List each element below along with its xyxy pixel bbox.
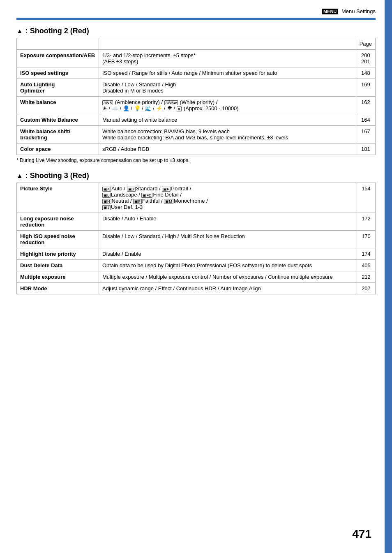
row-page: 212 [357,271,376,283]
shooting3-label: : Shooting 3 (Red) [25,171,89,180]
row-label: ISO speed settings [17,67,99,79]
ps-neutral-icon: ▣​N [102,199,111,204]
row-label: White balance [17,97,99,114]
row-page: 181 [356,143,375,155]
row-label: Custom White Balance [17,114,99,126]
row-desc: AWB (Ambience priority) / AWBw (White pr… [99,97,356,114]
shooting3-title: ▲ : Shooting 3 (Red) [16,171,376,180]
row-page: 148 [356,67,375,79]
row-label: High ISO speed noise reduction [17,231,99,248]
row-desc: Multiple exposure / Multiple exposure co… [99,271,357,283]
table-row: High ISO speed noise reduction Disable /… [17,231,376,248]
row-page: 170 [357,231,376,248]
table-row: Color space sRGB / Adobe RGB 181 [17,143,376,155]
row-desc: Manual setting of white balance [99,114,356,126]
row-page: 174 [357,248,376,260]
row-label: Long exposure noise reduction [17,213,99,231]
row-desc: 1/3- and 1/2-stop increments, ±5 stops*(… [99,50,356,67]
header-title: Menu Settings [341,8,376,14]
row-label: HDR Mode [17,283,99,294]
table-row: HDR Mode Adjust dynamic range / Effect /… [17,283,376,294]
ps-faithful-icon: ▣​F [133,199,142,204]
page-header: MENU Menu Settings [16,8,376,14]
row-page: 162 [356,97,375,114]
table-row: Multiple exposure Multiple exposure / Mu… [17,271,376,283]
wb-icon-awbw: AWBw [164,100,178,105]
page-number: 471 [352,528,371,541]
wb-icon-k: K [177,106,182,111]
row-desc: sRGB / Adobe RGB [99,143,356,155]
row-desc: Disable / Low / Standard / High / Multi … [99,231,357,248]
row-page: 167 [356,126,375,143]
ps-landscape-icon: ▣​L [102,193,111,198]
row-desc: Disable / Enable [99,248,357,260]
table-row: White balance AWB (Ambience priority) / … [17,97,376,114]
row-label: Multiple exposure [17,271,99,283]
table-row: ISO speed settings ISO speed / Range for… [17,67,376,79]
ps-portrait-icon: ▣​P [162,187,171,192]
table-header-row: Page [17,38,376,50]
table-row: Picture Style ▣​AAuto / ▣​SStandard / ▣​… [17,183,376,213]
table-row: White balance shift/bracketing White bal… [17,126,376,143]
col-page-header: Page [356,38,375,50]
row-desc: Obtain data to be used by Digital Photo … [99,260,357,271]
row-desc: White balance correction: B/A/M/G bias, … [99,126,356,143]
shooting2-title: ▲ : Shooting 2 (Red) [16,27,376,35]
camera-icon-3: ▲ [16,172,23,180]
ps-standard-icon: ▣​S [127,187,136,192]
right-strip [385,0,392,553]
top-bar [16,18,376,20]
row-label: Color space [17,143,99,155]
col-label-header [17,38,99,50]
row-page: 207 [357,283,376,294]
camera-icon-2: ▲ [16,28,23,35]
table-row: Exposure compensation/AEB 1/3- and 1/2-s… [17,50,376,67]
row-label: White balance shift/bracketing [17,126,99,143]
row-page: 169 [356,79,375,97]
table-row: Custom White Balance Manual setting of w… [17,114,376,126]
row-label: Auto LightingOptimizer [17,79,99,97]
row-page: 405 [357,260,376,271]
ps-mono-icon: ▣​M [164,199,173,204]
row-desc: ▣​AAuto / ▣​SStandard / ▣​PPortrait / ▣​… [99,183,357,213]
wb-icon-awb: AWB [102,100,113,105]
shooting2-table: Page Exposure compensation/AEB 1/3- and … [16,38,376,155]
table-row: Highlight tone priority Disable / Enable… [17,248,376,260]
ps-finedetail-icon: ▣​FD [141,193,152,198]
shooting2-note: * During Live View shooting, exposure co… [16,157,376,163]
row-page: 172 [357,213,376,231]
row-label: Picture Style [17,183,99,213]
row-label: Exposure compensation/AEB [17,50,99,67]
table-row: Long exposure noise reduction Disable / … [17,213,376,231]
row-desc: ISO speed / Range for stills / Auto rang… [99,67,356,79]
ps-auto-icon: ▣​A [102,187,111,192]
table-row: Auto LightingOptimizer Disable / Low / S… [17,79,376,97]
row-page: 200201 [356,50,375,67]
ps-userdef-icon: ▣​1 [102,205,111,210]
row-desc: Disable / Auto / Enable [99,213,357,231]
row-desc: Disable / Low / Standard / HighDisabled … [99,79,356,97]
row-page: 154 [357,183,376,213]
table-row: Dust Delete Data Obtain data to be used … [17,260,376,271]
shooting2-label: : Shooting 2 (Red) [25,27,89,35]
row-label: Highlight tone priority [17,248,99,260]
col-desc-header [99,38,356,50]
menu-badge: MENU [322,9,338,14]
row-page: 164 [356,114,375,126]
shooting3-table: Picture Style ▣​AAuto / ▣​SStandard / ▣​… [16,183,376,294]
row-desc: Adjust dynamic range / Effect / Continuo… [99,283,357,294]
row-label: Dust Delete Data [17,260,99,271]
